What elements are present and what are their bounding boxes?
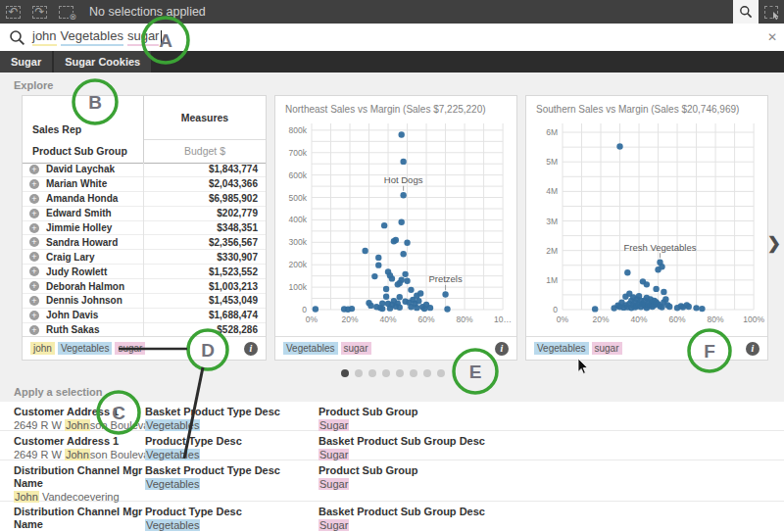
apply-section-label: Apply a selection — [14, 386, 102, 398]
next-results-chevron-icon[interactable]: ❯ — [767, 233, 781, 254]
selection-result-row[interactable]: Distribution Channel Mgr NameJohn Vandec… — [0, 502, 784, 532]
selection-result-row[interactable]: Customer Address 12649 R W Johnson Boule… — [0, 402, 784, 431]
pagination-dot[interactable] — [341, 369, 349, 377]
add-selection-icon[interactable]: + — [29, 223, 39, 233]
search-history-tab-1[interactable]: Sugar Cookies — [54, 51, 151, 73]
svg-text:Hot Dogs: Hot Dogs — [384, 174, 423, 185]
search-input[interactable]: johnVegetablessugar — [32, 28, 162, 46]
selection-cell[interactable]: Product Sub GroupSugar — [318, 464, 730, 491]
add-selection-icon[interactable]: + — [29, 165, 39, 174]
selection-cell[interactable]: Basket Product Sub Group DescSugar — [318, 506, 730, 532]
selections-tool-button[interactable] — [759, 0, 784, 24]
svg-text:60%: 60% — [418, 314, 435, 324]
pagination-dot[interactable] — [437, 369, 445, 377]
budget-value: $2,043,366 — [209, 178, 266, 189]
add-selection-icon[interactable]: + — [29, 252, 39, 262]
table-row[interactable]: +Judy Rowlett$1,523,552 — [23, 265, 266, 279]
table-row[interactable]: +Craig Lary$330,907 — [23, 250, 266, 265]
search-bar: johnVegetablessugar ✕ — [0, 24, 784, 51]
field-name: Basket Product Sub Group Desc — [318, 435, 730, 448]
add-selection-icon[interactable]: + — [29, 311, 39, 320]
explore-table-card[interactable]: Sales Rep Product Sub Group Measures Bud… — [22, 95, 267, 361]
table-column-divider — [143, 163, 144, 336]
add-selection-icon[interactable]: + — [29, 209, 39, 218]
redo-selection-button[interactable]: ↷ — [26, 0, 53, 24]
search-term-tags: Vegetablessugar — [283, 342, 374, 355]
table-row[interactable]: +John Davis$1,688,474 — [23, 309, 266, 323]
table-row[interactable]: +David Laychak$1,843,774 — [23, 163, 266, 177]
pagination-dot[interactable] — [410, 369, 417, 377]
pagination-dot[interactable] — [396, 369, 404, 377]
search-term: sugar — [127, 28, 160, 46]
table-header: Sales Rep Product Sub Group Measures Bud… — [23, 96, 266, 164]
selection-cell[interactable]: Distribution Channel Mgr NameJohn Vandec… — [14, 506, 149, 532]
scatter-chart-northeast[interactable]: 0%20%40%60%80%10…0100k200k300k400k500k60… — [278, 116, 515, 333]
add-selection-icon[interactable]: + — [29, 237, 39, 247]
table-row[interactable]: +Deborah Halmon$1,003,213 — [23, 279, 266, 294]
search-history-tab-0[interactable]: Sugar — [0, 51, 52, 73]
table-row[interactable]: +Edward Smith$202,779 — [23, 207, 266, 221]
table-row[interactable]: +Marian White$2,043,366 — [23, 177, 266, 192]
selection-cell[interactable]: Basket Product Type DescVegetables — [145, 406, 312, 432]
svg-text:20%: 20% — [593, 314, 610, 324]
selections-status-text: No selections applied — [89, 5, 206, 19]
sales-rep-name: Jimmie Holley — [46, 222, 112, 233]
selection-cell[interactable]: Basket Product Sub Group DescSugar — [318, 435, 730, 461]
top-toolbar: ↶ ↷ ⊗ No selections applied — [0, 0, 784, 24]
info-icon[interactable]: i — [244, 342, 258, 356]
budget-value: $1,453,049 — [209, 295, 266, 306]
field-value: Sugar — [318, 478, 730, 491]
svg-text:40%: 40% — [380, 314, 397, 324]
explore-chart-card-southern[interactable]: Southern Sales vs Margin (Sales $20,746,… — [525, 95, 768, 361]
svg-text:600k: 600k — [289, 170, 308, 180]
selection-cell[interactable]: Customer Address 12649 R W Johnson Boule… — [14, 406, 149, 432]
explore-chart-card-northeast[interactable]: Northeast Sales vs Margin (Sales $7,225,… — [274, 95, 517, 361]
add-selection-icon[interactable]: + — [29, 296, 39, 306]
add-selection-icon[interactable]: + — [29, 266, 39, 276]
selection-result-row[interactable]: Distribution Channel Mgr NameJohn Vandec… — [0, 460, 784, 502]
table-row[interactable]: +Ruth Sakas$528,286 — [23, 323, 266, 336]
budget-value: $202,779 — [217, 208, 266, 218]
table-row[interactable]: +Jimmie Holley$348,351 — [23, 221, 266, 236]
add-selection-icon[interactable]: + — [29, 194, 39, 204]
selection-result-row[interactable]: Customer Address 12649 R W Johnson Boule… — [0, 431, 784, 460]
field-name: Distribution Channel Mgr Name — [14, 506, 149, 531]
search-toggle-button[interactable] — [733, 0, 759, 24]
clear-search-icon[interactable]: ✕ — [767, 30, 777, 44]
field-name: Basket Product Type Desc — [145, 406, 312, 418]
info-icon[interactable]: i — [495, 342, 509, 356]
column-header-sales-rep[interactable]: Sales Rep — [32, 123, 81, 135]
selection-cell[interactable]: Basket Product Type DescVegetables — [145, 464, 312, 491]
pagination-dots[interactable] — [341, 369, 445, 377]
pagination-dot[interactable] — [355, 369, 363, 377]
add-selection-icon[interactable]: + — [29, 179, 39, 189]
pagination-dot[interactable] — [382, 369, 390, 377]
selection-cell[interactable]: Product Type DescVegetables — [145, 506, 312, 532]
svg-text:400k: 400k — [289, 215, 308, 224]
svg-text:Pretzels: Pretzels — [428, 273, 463, 284]
table-row[interactable]: +Amanda Honda$6,985,902 — [23, 192, 266, 207]
selection-cell[interactable]: Product Type DescVegetables — [145, 435, 312, 461]
term-tag: sugar — [341, 342, 371, 355]
pagination-dot[interactable] — [423, 369, 431, 377]
column-header-budget[interactable]: Budget $ — [144, 145, 266, 157]
term-tag: Vegetables — [58, 342, 113, 355]
search-term: john — [32, 28, 57, 46]
table-row[interactable]: +Dennis Johnson$1,453,049 — [23, 294, 266, 309]
scatter-chart-southern[interactable]: 0%20%40%60%80%100%01M2M3M4M5M6MFresh Veg… — [529, 116, 766, 333]
clear-selections-button[interactable]: ⊗ — [53, 0, 79, 24]
sales-rep-name: Marian White — [46, 178, 107, 189]
svg-text:100%: 100% — [743, 314, 764, 324]
table-row[interactable]: +Sandra Howard$2,356,567 — [23, 235, 266, 250]
info-icon[interactable]: i — [746, 342, 760, 356]
selection-cell[interactable]: Distribution Channel Mgr NameJohn Vandec… — [14, 464, 149, 504]
selection-cell[interactable]: Product Sub GroupSugar — [318, 406, 730, 432]
add-selection-icon[interactable]: + — [29, 325, 39, 335]
selection-cell[interactable]: Customer Address 12649 R W Johnson Boule… — [14, 435, 149, 461]
add-selection-icon[interactable]: + — [29, 281, 39, 291]
pagination-dot[interactable] — [368, 369, 376, 377]
sales-rep-name: Edward Smith — [46, 208, 112, 218]
undo-selection-button[interactable]: ↶ — [0, 0, 26, 24]
budget-value: $1,003,213 — [209, 281, 266, 292]
column-header-product-sub-group[interactable]: Product Sub Group — [32, 145, 127, 157]
